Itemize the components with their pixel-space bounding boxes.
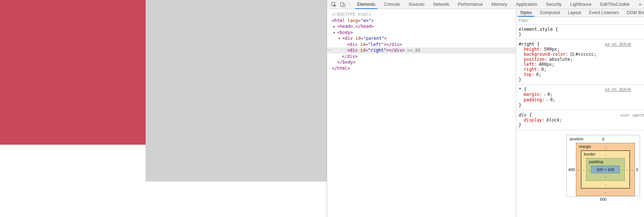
more-tabs-chevron-icon[interactable]: » [637, 0, 643, 9]
expander-expanded-icon[interactable]: ▼ [333, 30, 337, 36]
tab-elements[interactable]: Elements [353, 0, 380, 9]
rule-right[interactable]: #right { 04-05.两列布 height:500px; backgro… [516, 39, 644, 85]
rule-element-style[interactable]: element.style { } [516, 25, 644, 39]
tree-row-div-left[interactable]: <div id="left"></div> [327, 42, 516, 48]
margin-left-value[interactable]: - [576, 150, 581, 188]
tab-event-listeners[interactable]: Event Listeners [585, 9, 623, 17]
user-agent-stylesheet-label: user agent stylesheet [620, 113, 644, 118]
box-model-border[interactable]: border - - padding [581, 150, 630, 188]
tab-lighthouse[interactable]: Lighthouse [566, 0, 596, 9]
styles-filter-bar [516, 17, 644, 25]
box-model-position[interactable]: position 0 400 margin - - [566, 135, 640, 197]
tree-row-html-close[interactable]: </html> [327, 65, 516, 72]
styles-sidebar: Styles Computed Layout Event Listeners D… [516, 9, 644, 217]
tree-row-body-open[interactable]: ▼<body> [327, 30, 516, 36]
css-property-left[interactable]: left:400px; [519, 62, 644, 67]
page-div-right [146, 0, 327, 182]
tab-application[interactable]: Application [511, 0, 541, 9]
box-model-padding[interactable]: padding - 500 × 500 - [586, 158, 625, 181]
css-property-display[interactable]: display:block; [519, 118, 644, 123]
elements-dom-tree: <!DOCTYPE html> <html lang="en"> ▶<head>… [327, 9, 516, 217]
tab-editthiscookie[interactable]: EditThisCookie [596, 0, 634, 9]
devtools-main-tabs: Elements Console Sources Network Perform… [353, 0, 644, 9]
console-reference-hint: == $0 [405, 48, 420, 53]
padding-left-value[interactable]: - [586, 166, 591, 173]
css-property-right[interactable]: right:0; [519, 67, 644, 72]
position-left-value[interactable]: 400 [567, 143, 576, 196]
rule-selector[interactable]: #right { [519, 42, 540, 47]
css-property-margin[interactable]: margin:▸0; [519, 92, 644, 97]
tree-row-html-open[interactable]: <html lang="en"> [327, 18, 516, 24]
page-div-left [0, 0, 146, 145]
tree-row-div-close[interactable]: </div> [327, 54, 516, 60]
expander-expanded-icon[interactable]: ▼ [338, 36, 342, 42]
tab-console[interactable]: Console [380, 0, 404, 9]
css-property-background-color[interactable]: background-color:#cccccc; [519, 52, 644, 57]
styles-filter-input[interactable] [516, 18, 637, 23]
tab-computed[interactable]: Computed [536, 9, 564, 17]
tab-dom-breakpoints[interactable]: DOM Breakpoints [623, 9, 644, 17]
color-swatch[interactable] [570, 52, 574, 56]
toggle-device-toolbar-icon[interactable] [340, 1, 346, 7]
stylesheet-source-link[interactable]: 04-05.两列布 [605, 42, 631, 47]
tab-network[interactable]: Network [429, 0, 453, 9]
tab-memory[interactable]: Memory [487, 0, 511, 9]
expander-collapsed-icon[interactable]: ▶ [333, 24, 337, 30]
sidebar-tabs: Styles Computed Layout Event Listeners D… [516, 9, 644, 17]
css-property-top[interactable]: top:0; [519, 72, 644, 77]
rule-universal[interactable]: * { 04-05.两列布 margin:▸0; padding:▸0; } [516, 85, 644, 110]
box-model-margin[interactable]: margin - - border - [576, 143, 635, 196]
row-overflow-menu-icon[interactable]: ⋯ [328, 47, 330, 54]
border-left-value[interactable]: - [581, 158, 586, 181]
position-bottom-value[interactable]: 500 [566, 197, 640, 202]
devtools-toolbar: Elements Console Sources Network Perform… [327, 0, 644, 9]
margin-bottom-value[interactable]: - [576, 188, 635, 196]
padding-bottom-value[interactable]: - [586, 173, 624, 180]
content-size-value: 500 × 500 [597, 167, 614, 172]
rule-selector[interactable]: div { [519, 112, 532, 118]
box-model-pane: position 0 400 margin - - [516, 130, 644, 202]
element-style-selector[interactable]: element.style { [519, 27, 558, 32]
css-property-position[interactable]: position:absolute; [519, 57, 644, 62]
tree-row-head[interactable]: ▶<head>…</head> [327, 24, 516, 30]
toolbar-separator [349, 1, 350, 7]
tab-layout[interactable]: Layout [564, 9, 585, 17]
tab-security[interactable]: Security [541, 0, 566, 9]
rule-div-user-agent[interactable]: div { user agent stylesheet display:bloc… [516, 110, 644, 130]
css-property-height[interactable]: height:500px; [519, 47, 644, 52]
border-right-value[interactable]: - [625, 158, 630, 181]
css-property-padding[interactable]: padding:▸0; [519, 97, 644, 103]
box-model-content[interactable]: 500 × 500 [591, 166, 620, 173]
shorthand-expander-icon[interactable]: ▸ [544, 93, 546, 96]
border-bottom-value[interactable]: - [581, 181, 630, 188]
rendered-page-viewport [0, 0, 327, 217]
devtools-window: Elements Console Sources Network Perform… [327, 0, 644, 217]
tab-sources[interactable]: Sources [404, 0, 429, 9]
tab-performance[interactable]: Performance [453, 0, 487, 9]
tree-row-div-right-selected[interactable]: ⋯<div id="right"></div> == $0 [327, 47, 516, 54]
rule-selector[interactable]: * { [519, 87, 527, 92]
stylesheet-source-link[interactable]: 04-05.两列布 [605, 87, 631, 93]
tree-row-body-close[interactable]: </body> [327, 59, 516, 65]
tab-styles[interactable]: Styles [516, 9, 536, 17]
shorthand-expander-icon[interactable]: ▸ [547, 98, 548, 102]
padding-right-value[interactable]: - [620, 166, 624, 173]
tree-row-div-parent[interactable]: ▼<div id="parent"> [327, 35, 516, 42]
tree-row-doctype[interactable]: <!DOCTYPE html> [327, 12, 516, 18]
margin-right-value[interactable]: - [630, 150, 635, 188]
position-right-value[interactable]: 0 [635, 143, 639, 196]
inspect-element-icon[interactable] [331, 1, 336, 7]
